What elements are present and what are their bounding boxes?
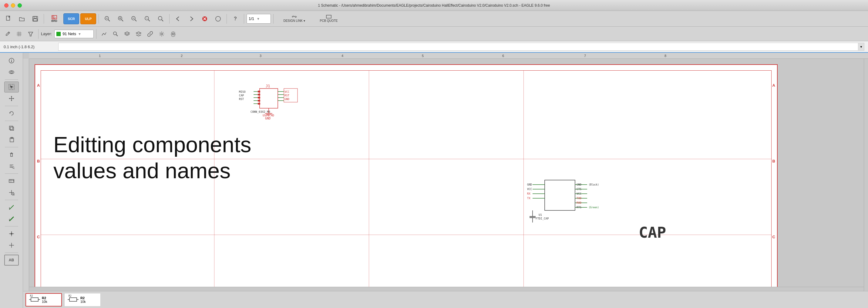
svg-rect-60 [10,127,14,130]
svg-rect-64 [11,154,12,156]
paste-button[interactable] [4,134,19,145]
save-button[interactable] [29,13,41,25]
properties-button[interactable] [4,161,19,172]
component-value-selected: 10k [42,300,47,304]
eye-button[interactable] [4,67,19,78]
add-component-button[interactable] [4,176,19,186]
svg-rect-2 [34,17,36,18]
canvas-area[interactable]: 1 2 3 4 5 6 7 8 A A B B C C Editting com… [23,53,868,308]
page-selector[interactable]: 1/1 ▼ [247,14,271,24]
svg-line-22 [162,20,163,21]
scr-button[interactable]: SCR [63,13,79,24]
maximize-button[interactable] [18,3,22,7]
svg-rect-98 [258,97,260,98]
pcb-quote-button[interactable]: PCB QUOTE [314,13,344,25]
stop-button[interactable] [199,13,211,25]
cross-button[interactable] [4,240,19,251]
separator4 [226,14,227,24]
component-ref-normal: R2 [81,296,86,300]
scrollbar-horizontal[interactable] [29,287,864,291]
text-button[interactable]: AB [4,255,19,266]
layer-select[interactable]: 91 Nets ▼ [54,30,94,38]
info-button[interactable] [4,55,19,66]
command-input[interactable] [58,43,858,51]
zoom-reset-button[interactable] [155,13,167,25]
select-button[interactable] [4,82,19,92]
close-button[interactable] [4,3,8,7]
zoom-fit-button[interactable] [141,13,153,25]
svg-marker-39 [136,32,141,34]
command-bar: 0.1 inch (-1.8 6.2) ▼ [0,41,868,53]
ulp-button[interactable]: ULP [81,13,96,24]
copy-button[interactable] [4,123,19,134]
forward-button[interactable] [185,13,197,25]
circle-button[interactable] [212,13,224,25]
open-button[interactable] [16,13,28,25]
settings-button[interactable] [156,29,167,39]
svg-rect-3 [33,19,37,21]
svg-point-46 [11,71,12,73]
svg-marker-38 [125,32,129,34]
component-preview-normal-labels: R2 10k [81,296,86,304]
svg-text:RST: RST [284,94,290,97]
zoom-out-full-button[interactable] [101,13,114,25]
svg-line-19 [148,20,150,21]
row-label-C: C [772,235,775,239]
title-text: 1 Schematic - /Users/ahmedibrahim/Docume… [318,3,550,7]
link-button[interactable] [145,29,155,39]
cap-text: CAP [639,224,666,241]
zoom-out-button[interactable] [128,13,140,25]
delete-button[interactable] [4,149,19,160]
window-controls [4,3,22,7]
junction-button[interactable] [4,228,19,239]
svg-text:TX: TX [527,197,530,200]
svg-marker-52 [10,86,13,89]
net-button[interactable] [4,202,19,213]
scrollbar-vertical[interactable] [864,59,868,291]
component-preview-normal-svg: R2 [67,295,79,305]
move-plus-button[interactable] [4,187,19,198]
layers2-button[interactable] [133,29,144,39]
new-button[interactable] [2,13,14,25]
svg-line-20 [146,18,147,19]
undo-button[interactable] [4,108,19,119]
gear-button[interactable] [168,29,178,39]
minimize-button[interactable] [11,3,15,7]
svg-point-87 [11,233,12,235]
wire-button[interactable] [99,29,109,39]
separator-t2-2 [96,29,96,39]
ruler-mark-8: 8 [664,54,666,58]
svg-line-37 [116,35,118,36]
command-dropdown[interactable]: ▼ [858,43,864,51]
row-label-B: B [772,159,775,163]
svg-marker-35 [29,32,33,36]
back-button[interactable] [172,13,184,25]
cap-component: CAP [636,219,672,251]
brd-button[interactable]: BRD [46,13,62,25]
svg-marker-56 [11,100,12,101]
svg-line-17 [135,20,136,21]
zoom-in-button[interactable] [115,13,127,25]
component-preview-normal[interactable]: R2 R2 10k [64,293,101,307]
status-bar: R2 R2 10k R2 R2 10k [23,291,868,308]
j1-label: J1 [266,84,270,88]
help-button[interactable]: ? [229,13,241,25]
design-link-button[interactable]: DESIGN LINK ▾ [276,13,312,25]
component-preview-selected[interactable]: R2 R2 10k [26,293,62,307]
filter-button[interactable] [26,29,36,39]
grid-button[interactable] [14,29,24,39]
svg-text:RTS: RTS [577,206,581,209]
ruler-mark-2: 2 [181,54,183,58]
layers-button[interactable] [122,29,132,39]
sidebar-separator6 [5,200,18,200]
pencil-button[interactable] [2,29,13,39]
svg-rect-149 [31,298,38,301]
separator3 [169,14,169,24]
move-button[interactable] [4,93,19,104]
svg-rect-29 [326,15,331,18]
svg-rect-96 [258,91,260,92]
bus-button[interactable] [4,213,19,224]
j1-component: J1 [238,83,299,124]
magnify-button[interactable] [111,29,121,39]
titlebar: 1 Schematic - /Users/ahmedibrahim/Docume… [0,0,868,11]
